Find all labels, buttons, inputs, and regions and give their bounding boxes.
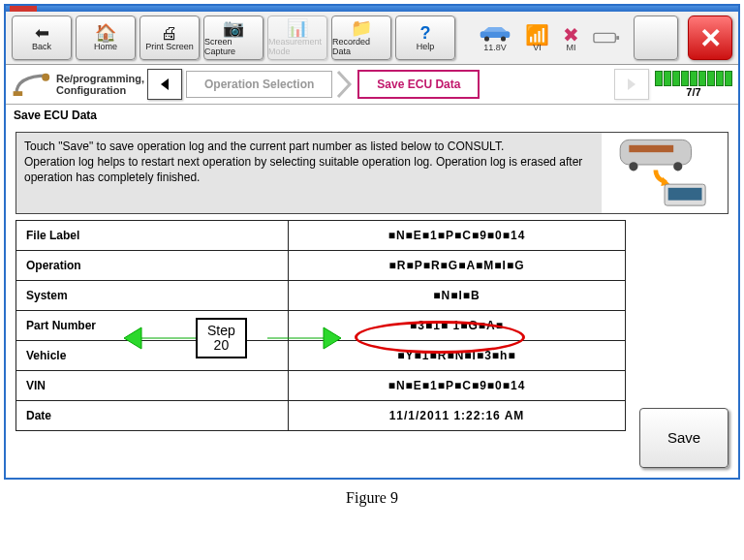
breadcrumb-step-current: Save ECU Data (357, 70, 480, 99)
row-label: Operation (16, 250, 289, 280)
svg-rect-12 (668, 188, 702, 201)
help-button[interactable]: ?Help (395, 16, 455, 60)
triangle-left-icon (157, 77, 172, 92)
help-icon: ? (420, 24, 431, 42)
back-arrow-icon: ⬅ (35, 24, 49, 42)
close-button[interactable]: ✕ (688, 16, 732, 60)
mode-label: Re/programming, Configuration (56, 73, 143, 96)
table-row: Vehicle■Y■1■R■N■I■3■h■ (16, 340, 626, 370)
printer-icon: 🖨 (161, 24, 178, 42)
table-row: System■N■I■B (16, 280, 626, 310)
table-row: Part Number■3■1■ 1■G■A■ (16, 310, 626, 340)
svg-point-10 (673, 162, 682, 171)
step-annotation: Step20 (196, 318, 247, 359)
row-value: 11/1/2011 1:22:16 AM (289, 400, 626, 430)
gauge-icon: 📊 (287, 19, 308, 37)
window-titlebar (6, 6, 738, 12)
instruction-panel: Touch "Save" to save operation log and t… (16, 132, 728, 214)
wizard-progress: 7/7 (655, 71, 732, 98)
vi-status: 📶VI (525, 23, 549, 52)
camera-icon: 📷 (223, 19, 244, 37)
svg-rect-0 (480, 31, 511, 38)
progress-bar-icon (655, 71, 732, 86)
figure-caption: Figure 9 (0, 489, 744, 507)
row-label: File Label (16, 220, 289, 250)
back-button[interactable]: ⬅Back (12, 16, 72, 60)
step-current-label: Save ECU Data (377, 78, 460, 91)
status-indicators: 11.8V 📶VI ✖MI (479, 16, 678, 60)
row-value: ■N■E■1■P■C■9■0■14 (289, 370, 626, 400)
table-row: VIN■N■E■1■P■C■9■0■14 (16, 370, 626, 400)
recorded-data-button[interactable]: 📁Recorded Data (331, 16, 391, 60)
print-label: Print Screen (145, 42, 194, 51)
table-row: Operation■R■P■R■G■A■M■I■G (16, 250, 626, 280)
triangle-right-icon (624, 77, 639, 92)
device-icon (634, 16, 678, 60)
voltage-value: 11.8V (483, 43, 507, 52)
table-row: Date11/1/2011 1:22:16 AM (16, 400, 626, 430)
measure-label: Measurement Mode (268, 37, 326, 56)
row-label: Vehicle (16, 340, 289, 370)
cross-icon: ✖ (563, 23, 579, 43)
row-value: ■N■I■B (289, 280, 626, 310)
row-label: System (16, 280, 289, 310)
folder-icon: 📁 (351, 19, 372, 37)
vehicle-status-icon: 11.8V (479, 23, 512, 52)
row-label: Date (16, 400, 289, 430)
table-row: File Label■N■E■1■P■C■9■0■14 (16, 220, 626, 250)
mi-status: ✖MI (563, 23, 579, 52)
back-label: Back (32, 42, 51, 51)
breadcrumb-back-button[interactable] (147, 69, 182, 100)
row-value: ■R■P■R■G■A■M■I■G (289, 250, 626, 280)
help-label: Help (417, 42, 435, 51)
svg-rect-8 (629, 145, 673, 152)
antenna-icon: 📶 (525, 23, 549, 43)
reprogramming-icon (12, 71, 50, 98)
vi-label: VI (533, 43, 542, 52)
home-button[interactable]: 🏠Home (76, 16, 136, 60)
row-label: VIN (16, 370, 289, 400)
breadcrumb-forward-button (614, 69, 649, 100)
chevron-right-icon (336, 70, 354, 99)
main-toolbar: ⬅Back 🏠Home 🖨Print Screen 📷Screen Captur… (6, 12, 738, 65)
breadcrumb-step-prev: Operation Selection (186, 71, 332, 98)
capture-label: Screen Capture (204, 37, 263, 56)
svg-point-6 (42, 74, 49, 81)
print-screen-button[interactable]: 🖨Print Screen (140, 16, 200, 60)
page-title: Save ECU Data (6, 105, 738, 126)
screen-capture-button[interactable]: 📷Screen Capture (203, 16, 264, 60)
battery-icon (593, 28, 620, 47)
progress-text: 7/7 (686, 86, 700, 98)
svg-point-9 (629, 162, 637, 171)
svg-point-1 (484, 36, 489, 41)
step-prev-label: Operation Selection (204, 78, 314, 91)
step-annotation-text: Step20 (207, 324, 235, 354)
recorded-label: Recorded Data (332, 37, 390, 56)
instruction-text: Touch "Save" to save operation log and t… (16, 133, 602, 213)
breadcrumb-bar: Re/programming, Configuration Operation … (6, 65, 738, 105)
red-highlight-oval (355, 321, 525, 354)
measurement-mode-button: 📊Measurement Mode (267, 16, 327, 60)
close-icon: ✕ (699, 22, 722, 54)
svg-rect-4 (616, 36, 619, 40)
svg-point-2 (501, 36, 506, 41)
ecu-data-table: File Label■N■E■1■P■C■9■0■14 Operation■R■… (16, 220, 626, 431)
row-label: Part Number (16, 310, 289, 340)
save-label: Save (667, 429, 700, 446)
home-label: Home (94, 42, 117, 51)
home-icon: 🏠 (95, 24, 116, 42)
svg-rect-5 (14, 91, 23, 96)
mode-indicator: Re/programming, Configuration (12, 71, 143, 98)
svg-rect-3 (594, 33, 615, 42)
instruction-graphic (602, 133, 728, 213)
row-value: ■N■E■1■P■C■9■0■14 (289, 220, 626, 250)
mi-label: MI (567, 43, 576, 52)
